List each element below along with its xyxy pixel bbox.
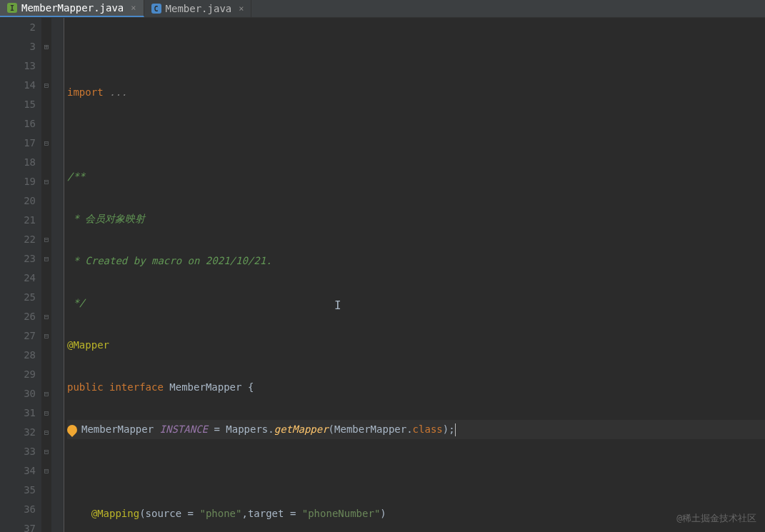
code-editor[interactable]: 2 3 13 14 15 16 17 18 19 20 21 22 23 24 …	[0, 18, 765, 532]
tab-membermapper[interactable]: I MemberMapper.java ×	[0, 0, 144, 17]
fold-toggle[interactable]: ⊟	[41, 307, 51, 326]
editor-tabs: I MemberMapper.java × C Member.java ×	[0, 0, 765, 18]
tab-member[interactable]: C Member.java ×	[144, 0, 252, 17]
tab-label: MemberMapper.java	[21, 2, 124, 14]
fold-toggle[interactable]: ⊟	[41, 442, 51, 461]
intention-bulb-icon[interactable]	[65, 423, 79, 437]
javadoc: */	[67, 293, 765, 313]
i-beam-cursor-icon: I	[334, 298, 341, 312]
watermark-text: @稀土掘金技术社区	[676, 512, 756, 525]
fold-toggle[interactable]: ⊟	[41, 326, 51, 346]
close-icon[interactable]: ×	[131, 3, 136, 13]
fold-toggle[interactable]: ⊟	[41, 461, 51, 481]
class-icon: C	[151, 4, 161, 14]
fold-toggle[interactable]: ⊟	[41, 76, 51, 95]
fold-toggle[interactable]: ⊟	[41, 230, 51, 249]
fold-toggle[interactable]: ⊟	[41, 134, 51, 153]
tab-label: Member.java	[166, 3, 232, 14]
text-caret	[455, 423, 456, 436]
close-icon[interactable]: ×	[239, 4, 244, 14]
code-area[interactable]: import ... /** * 会员对象映射 * Created by mac…	[64, 18, 765, 532]
fold-gutter: ⊞ ⊟ ⊟ ⊟ ⊟ ⊟ ⊟ ⊟ ⊟ ⊟ ⊟ ⊟ ⊟	[41, 18, 51, 532]
javadoc: * 会员对象映射	[67, 209, 765, 229]
fold-toggle[interactable]: ⊟	[41, 423, 51, 442]
line-number-gutter: 2 3 13 14 15 16 17 18 19 20 21 22 23 24 …	[0, 18, 41, 532]
fold-toggle[interactable]: ⊟	[41, 384, 51, 403]
fold-toggle[interactable]: ⊟	[41, 172, 51, 191]
fold-toggle[interactable]: ⊟	[41, 249, 51, 268]
fold-toggle[interactable]: ⊟	[41, 403, 51, 423]
interface-icon: I	[7, 3, 17, 13]
javadoc: /**	[67, 167, 765, 186]
javadoc: * Created by macro on 2021/10/21.	[67, 251, 765, 271]
annotation-gutter	[51, 18, 64, 532]
fold-toggle[interactable]: ⊞	[41, 37, 51, 56]
